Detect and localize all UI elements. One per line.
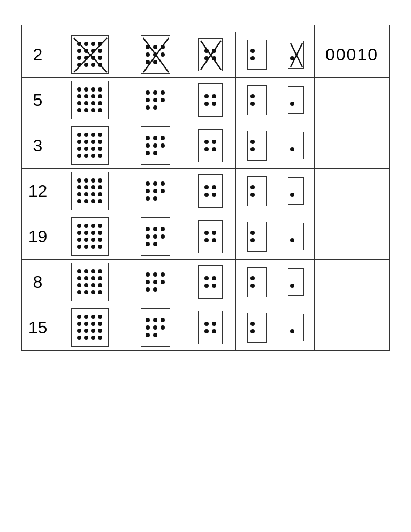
card-cell-4: [185, 123, 236, 169]
card-cell-16: [54, 169, 126, 214]
card-cell-2: [236, 32, 278, 78]
card-cell-1: [278, 305, 314, 351]
table-row: 3: [22, 123, 390, 169]
table-row: 8: [22, 260, 390, 305]
card-cell-1: [278, 169, 314, 214]
table-row: 15: [22, 305, 390, 351]
card-cell-2: [236, 123, 278, 169]
table-row: 5: [22, 78, 390, 123]
card-cell-16: [54, 32, 126, 78]
binary-cell: [315, 260, 390, 305]
table-row: 19: [22, 214, 390, 260]
card-cell-8: [126, 169, 185, 214]
card-cell-16: [54, 123, 126, 169]
card-cell-1: [278, 214, 314, 260]
card-cell-16: [54, 214, 126, 260]
number-cell: 3: [22, 123, 54, 169]
card-cell-1: [278, 260, 314, 305]
card-cell-1: [278, 123, 314, 169]
card-cell-8: [126, 260, 185, 305]
card-cell-2: [236, 305, 278, 351]
card-cell-1: [278, 78, 314, 123]
card-cell-2: [236, 169, 278, 214]
worksheet-table: 200010531219815: [21, 25, 390, 351]
binary-cell: [315, 78, 390, 123]
table-row: 12: [22, 169, 390, 214]
card-cell-2: [236, 214, 278, 260]
number-cell: 8: [22, 260, 54, 305]
card-cell-1: [278, 32, 314, 78]
number-cell: 15: [22, 305, 54, 351]
card-cell-2: [236, 78, 278, 123]
card-cell-8: [126, 214, 185, 260]
binary-cell: 00010: [315, 32, 390, 78]
number-cell: 2: [22, 32, 54, 78]
binary-cell: [315, 123, 390, 169]
card-cell-4: [185, 78, 236, 123]
card-cell-4: [185, 260, 236, 305]
number-cell: 5: [22, 78, 54, 123]
card-cell-16: [54, 78, 126, 123]
card-cell-4: [185, 214, 236, 260]
binary-cell: [315, 214, 390, 260]
card-cell-2: [236, 260, 278, 305]
card-cell-8: [126, 32, 185, 78]
number-cell: 19: [22, 214, 54, 260]
cards-header: [54, 25, 315, 32]
card-cell-8: [126, 123, 185, 169]
card-cell-4: [185, 169, 236, 214]
table-row: 200010: [22, 32, 390, 78]
binary-header: [315, 25, 390, 32]
number-cell: 12: [22, 169, 54, 214]
card-cell-8: [126, 305, 185, 351]
card-cell-8: [126, 78, 185, 123]
card-cell-4: [185, 305, 236, 351]
card-cell-4: [185, 32, 236, 78]
binary-cell: [315, 169, 390, 214]
number-header: [22, 25, 54, 32]
card-cell-16: [54, 260, 126, 305]
card-cell-16: [54, 305, 126, 351]
binary-cell: [315, 305, 390, 351]
